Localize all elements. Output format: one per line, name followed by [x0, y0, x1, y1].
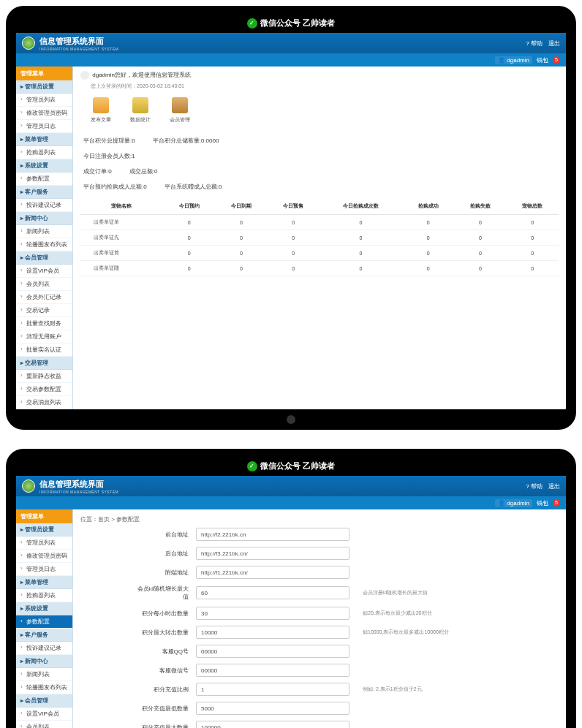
sidebar-item[interactable]: 轮播图发布列表: [16, 238, 72, 251]
form-row: 积分每小时出数量如20,表示每次最少减出20积分: [132, 607, 559, 620]
stat-line: 平台积分总提现量:0平台积分总储蓄量:0.0000: [83, 137, 559, 145]
money-badge: 5: [553, 499, 560, 507]
sidebar-item[interactable]: 管理员日志: [16, 563, 72, 576]
sidebar-item[interactable]: 投诉建议记录: [16, 642, 72, 655]
screen-2: 信息管理系统界面 INFORMATION MANAGEMENT SYSTEM ?…: [16, 476, 566, 728]
money-badge: 5: [553, 56, 560, 64]
stat-line: 今日注册会员人数:1: [83, 152, 559, 160]
sidebar-item[interactable]: 抢购器列表: [16, 589, 72, 602]
form-input[interactable]: [196, 626, 349, 639]
sidebar-item[interactable]: 批量查找财务: [16, 317, 72, 330]
sidebar-group[interactable]: ▸ 会员管理: [16, 251, 72, 265]
device-frame-1: ✓ 微信公众号 乙帅读者 信息管理系统界面 INFORMATION MANAGE…: [6, 6, 576, 430]
form-label: 积分充值比例: [132, 686, 189, 694]
form-input[interactable]: [196, 702, 349, 715]
form-input[interactable]: [196, 645, 349, 658]
sidebar-item[interactable]: 修改管理员密码: [16, 550, 72, 563]
sidebar-item[interactable]: 批量实名认证: [16, 344, 72, 357]
app-subtitle: INFORMATION MANAGEMENT SYSTEM: [39, 490, 118, 494]
form-label: 后台地址: [132, 550, 189, 558]
sidebar-group[interactable]: ▸ 系统设置: [16, 602, 72, 615]
settings-form: 前台地址后台地址附端地址会员id随机增长最大值会员注册id随机增长的最大值积分每…: [80, 528, 559, 728]
quick-action-label: 会员管理: [170, 116, 190, 124]
form-row: 客服QQ号: [132, 645, 559, 658]
watermark-text: 微信公众号 乙帅读者: [260, 18, 335, 29]
sidebar-item[interactable]: 重新静态收益: [16, 370, 72, 383]
sidebar-item[interactable]: 参数配置: [16, 615, 72, 629]
sidebar-group[interactable]: ▸ 菜单管理: [16, 133, 72, 146]
form-input[interactable]: [196, 721, 349, 728]
sidebar-item[interactable]: 抢购器列表: [16, 146, 72, 159]
sidebar-group[interactable]: ▸ 交易管理: [16, 357, 72, 370]
money-label[interactable]: 钱包: [537, 56, 548, 64]
sidebar-item[interactable]: 管理员列表: [16, 94, 72, 107]
form-input[interactable]: [196, 683, 349, 696]
form-input[interactable]: [196, 566, 349, 579]
form-row: 积分充值最大数量: [132, 721, 559, 728]
form-row: 会员id随机增长最大值会员注册id随机增长的最大值: [132, 585, 559, 601]
form-label: 客服QQ号: [132, 648, 189, 656]
current-user[interactable]: 👤 dgadmin: [495, 499, 532, 507]
sidebar-group[interactable]: ▸ 会员管理: [16, 694, 72, 708]
sidebar-item[interactable]: 新闻列表: [16, 225, 72, 238]
quick-action[interactable]: 发布文章: [91, 97, 111, 124]
sidebar-group[interactable]: ▸ 客户服务: [16, 186, 72, 199]
sidebar-group[interactable]: ▸ 客户服务: [16, 629, 72, 642]
quick-action[interactable]: 会员管理: [170, 97, 190, 124]
sidebar-item[interactable]: 交易参数配置: [16, 383, 72, 396]
form-input[interactable]: [196, 586, 349, 599]
form-label: 附端地址: [132, 569, 189, 577]
table-header: 抢购失败: [454, 198, 506, 215]
sidebar-group[interactable]: ▸ 管理员设置: [16, 80, 72, 94]
last-login-time: 您上次登录的时间：2020-03-02 18:40:01: [91, 83, 559, 90]
table-header: 宠物总数: [507, 198, 559, 215]
breadcrumb: 位置：首页 > 参数配置: [80, 514, 559, 528]
sidebar-item[interactable]: 轮播图发布列表: [16, 681, 72, 694]
quick-actions: 发布文章数据统计会员管理: [91, 97, 559, 124]
table-row: 出卖单证筒0000000: [80, 246, 559, 261]
sidebar-group[interactable]: ▸ 系统设置: [16, 159, 72, 172]
sidebar-item[interactable]: 设置VIP会员: [16, 708, 72, 721]
form-label: 积分充值最低数量: [132, 705, 189, 713]
sidebar-item[interactable]: 新闻列表: [16, 668, 72, 681]
logout-link[interactable]: 退出: [548, 482, 560, 490]
sidebar-item[interactable]: 设置VIP会员: [16, 265, 72, 278]
content-settings: 位置：首页 > 参数配置 前台地址后台地址附端地址会员id随机增长最大值会员注册…: [73, 509, 566, 728]
form-row: 后台地址: [132, 547, 559, 560]
table-header: 今日预售: [268, 198, 320, 215]
quick-action-icon: [132, 97, 148, 113]
money-label[interactable]: 钱包: [537, 499, 548, 507]
quick-action[interactable]: 数据统计: [130, 97, 151, 124]
logout-link[interactable]: 退出: [548, 39, 560, 48]
sidebar-item[interactable]: 管理员列表: [16, 536, 72, 550]
quick-action-icon: [172, 97, 188, 113]
welcome-message: dgadmin您好，欢迎使用信息管理系统: [80, 71, 559, 80]
sidebar-item[interactable]: 会员列表: [16, 721, 72, 728]
help-link[interactable]: ? 帮助: [526, 39, 543, 48]
sidebar-group[interactable]: ▸ 新闻中心: [16, 655, 72, 668]
sidebar-header: 管理菜单: [16, 67, 72, 80]
sidebar-item[interactable]: 清理无用账户: [16, 330, 72, 344]
form-input[interactable]: [196, 528, 349, 541]
sidebar-item[interactable]: 投诉建议记录: [16, 199, 72, 212]
sidebar-item[interactable]: 会员外汇记录: [16, 291, 72, 304]
sidebar-group[interactable]: ▸ 新闻中心: [16, 212, 72, 225]
form-label: 积分每小时出数量: [132, 610, 189, 618]
help-link[interactable]: ? 帮助: [526, 482, 543, 490]
sidebar-item[interactable]: 参数配置: [16, 172, 72, 186]
sidebar-item[interactable]: 管理员日志: [16, 120, 72, 133]
sidebar-item[interactable]: 会员列表: [16, 278, 72, 291]
sidebar-item[interactable]: 交易消息列表: [16, 396, 72, 409]
current-user[interactable]: 👤 dgadmin: [495, 56, 532, 64]
form-label: 前台地址: [132, 531, 189, 539]
content-dashboard: dgadmin您好，欢迎使用信息管理系统 您上次登录的时间：2020-03-02…: [73, 67, 566, 409]
form-hint: 如20,表示每次最少减出20积分: [363, 610, 432, 617]
watermark-bar: ✓ 微信公众号 乙帅读者: [16, 18, 566, 33]
sidebar-group[interactable]: ▸ 管理员设置: [16, 523, 72, 536]
sidebar-item[interactable]: 修改管理员密码: [16, 107, 72, 120]
sidebar-item[interactable]: 交易记录: [16, 304, 72, 317]
form-input[interactable]: [196, 664, 349, 677]
form-input[interactable]: [196, 607, 349, 620]
sidebar-group[interactable]: ▸ 菜单管理: [16, 576, 72, 589]
form-input[interactable]: [196, 547, 349, 560]
